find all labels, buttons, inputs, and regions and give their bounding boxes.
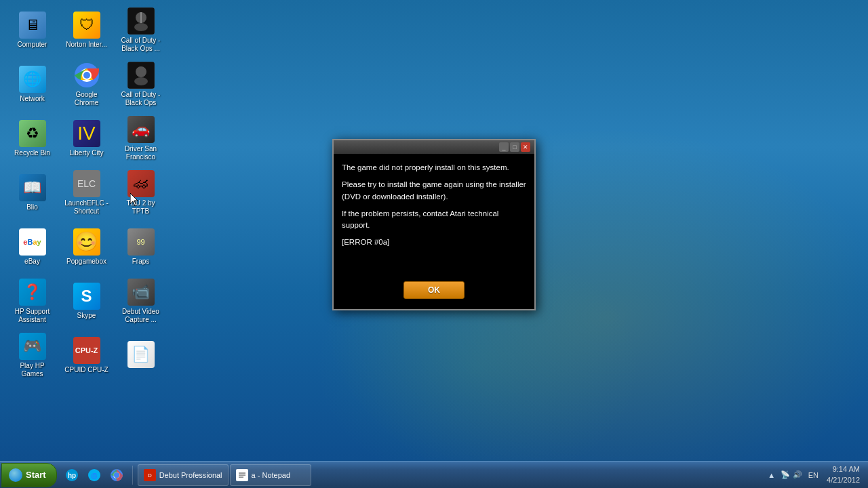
- tray-expand-icon[interactable]: ▲: [766, 470, 777, 481]
- notepad-taskbar-label: a - Notepad: [252, 471, 290, 479]
- dialog-close-button[interactable]: ✕: [521, 142, 530, 152]
- tray-date: 4/21/2012: [827, 475, 860, 485]
- tray-network-icon[interactable]: 📡: [780, 470, 791, 481]
- dialog-footer: OK: [334, 276, 534, 309]
- taskbar-hp-icon[interactable]: hp: [62, 465, 82, 485]
- dialog-minimize-button[interactable]: _: [499, 142, 509, 152]
- tray-icons-group: 📡 🔊: [780, 470, 803, 481]
- taskbar-app-notepad[interactable]: a - Notepad: [230, 464, 311, 486]
- start-button[interactable]: Start: [1, 463, 57, 487]
- taskbar-quick-launch: hp 🌀: [58, 465, 130, 485]
- dialog-content-area: The game did not properly install on thi…: [334, 154, 534, 276]
- debut-taskbar-label: Debut Professional: [159, 471, 222, 479]
- taskbar-chrome-icon[interactable]: [106, 465, 127, 485]
- dialog-ok-button[interactable]: OK: [403, 281, 465, 299]
- dialog-maximize-button[interactable]: □: [510, 142, 519, 152]
- dialog-overlay: _ □ ✕ The game did not properly install …: [0, 0, 868, 488]
- dialog-message-line3: If the problem persists, contact Atari t…: [342, 208, 526, 232]
- debut-taskbar-icon: D: [144, 469, 156, 481]
- notepad-taskbar-icon: [236, 469, 248, 481]
- dialog-error-code: [ERROR #0a]: [342, 237, 526, 248]
- tray-language[interactable]: EN: [806, 471, 821, 479]
- taskbar: Start hp 🌀 D Debut Professional: [0, 461, 868, 488]
- tray-volume-icon[interactable]: 🔊: [792, 470, 803, 481]
- tray-time: 9:14 AM: [827, 464, 860, 474]
- taskbar-windows-icon[interactable]: 🌀: [84, 465, 104, 485]
- windows-orb: [9, 468, 22, 482]
- dialog-message-line2: Please try to install the game again usi…: [342, 179, 526, 203]
- dialog-title-bar: _ □ ✕: [334, 140, 534, 154]
- taskbar-app-debut[interactable]: D Debut Professional: [138, 464, 229, 486]
- svg-text:🌀: 🌀: [91, 472, 98, 479]
- start-label: Start: [26, 470, 46, 480]
- svg-text:hp: hp: [68, 472, 76, 479]
- taskbar-system-tray: ▲ 📡 🔊 EN 9:14 AM 4/21/2012: [761, 464, 868, 485]
- svg-point-17: [114, 472, 119, 478]
- dialog-message-line1: The game did not properly install on thi…: [342, 162, 526, 174]
- svg-text:D: D: [148, 472, 152, 479]
- taskbar-open-apps: D Debut Professional a - Notepad: [135, 464, 761, 486]
- taskbar-divider: [132, 466, 133, 485]
- error-dialog: _ □ ✕ The game did not properly install …: [332, 139, 536, 310]
- tray-clock[interactable]: 9:14 AM 4/21/2012: [824, 464, 863, 485]
